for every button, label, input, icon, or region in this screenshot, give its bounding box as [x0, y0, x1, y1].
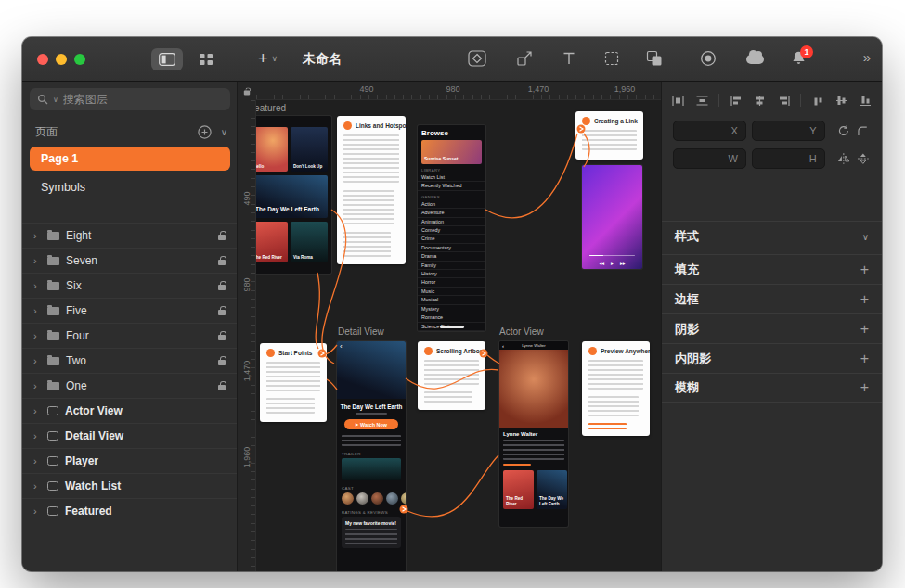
disclosure-icon[interactable]: › — [33, 330, 41, 341]
page-item-page1[interactable]: Page 1 — [30, 147, 230, 171]
scale-tool-button[interactable] — [516, 50, 533, 67]
artboard-featured[interactable]: Hello Don't Look Up The Day We Left Eart… — [256, 116, 331, 274]
fills-section[interactable]: 填充 + — [662, 254, 882, 284]
distribute-vertically-icon[interactable] — [695, 95, 709, 107]
layer-row-player[interactable]: › Player — [22, 448, 237, 473]
canvas[interactable]: Featured Detail View Actor View Hello Do… — [256, 100, 661, 571]
text-tool-button[interactable] — [561, 50, 577, 67]
artboard-label-detail-view[interactable]: Detail View — [338, 326, 384, 337]
minimize-window-button[interactable] — [56, 54, 67, 65]
page-item-symbols[interactable]: Symbols — [30, 175, 230, 199]
distribute-horizontally-icon[interactable] — [671, 95, 685, 107]
add-fill-button[interactable]: + — [860, 262, 869, 278]
disclosure-icon[interactable]: › — [33, 355, 41, 366]
lock-icon[interactable] — [218, 310, 226, 315]
layer-row-seven[interactable]: › Seven — [22, 248, 237, 273]
borders-section[interactable]: 边框 + — [662, 284, 882, 313]
width-field[interactable]: W — [673, 148, 746, 169]
artboard-note-preview-anywhere[interactable]: Preview Anywhere — [582, 341, 650, 436]
inner-shadows-section[interactable]: 内阴影 + — [662, 343, 882, 373]
artboard-note-links-and-hotspots[interactable]: Links and Hotspots — [337, 116, 406, 264]
align-bottom-icon[interactable] — [859, 95, 873, 107]
ruler-corner — [238, 82, 256, 100]
artboard-label-featured[interactable]: Featured — [256, 103, 286, 113]
add-border-button[interactable]: + — [860, 291, 869, 308]
add-page-button[interactable] — [198, 125, 212, 139]
browse-genre-item: Family — [418, 262, 485, 270]
lock-icon[interactable] — [218, 260, 226, 265]
layer-row-actor-view[interactable]: › Actor View — [22, 398, 237, 423]
flip-horizontal-icon[interactable] — [836, 152, 851, 165]
preview-button[interactable] — [700, 50, 717, 67]
toolbar-overflow-button[interactable]: » — [863, 49, 871, 65]
flip-vertical-icon[interactable] — [856, 152, 871, 165]
close-window-button[interactable] — [37, 54, 48, 65]
disclosure-icon[interactable]: › — [33, 405, 41, 416]
layer-row-watch-list[interactable]: › Watch List — [22, 473, 237, 498]
disclosure-icon[interactable]: › — [33, 505, 41, 517]
align-left-icon[interactable] — [730, 95, 743, 107]
artboard-detail-view[interactable]: ‹ The Day We Left Earth ▶ Watch Now TRAI… — [337, 341, 406, 571]
layer-row-five[interactable]: › Five — [22, 298, 237, 323]
artboard-browse[interactable]: Browse Sunrise Sunset LIBRARY Watch List… — [418, 125, 485, 331]
vertical-ruler[interactable]: 490 980 1,470 1,960 — [238, 100, 256, 571]
align-middle-vertically-icon[interactable] — [834, 95, 848, 107]
align-right-icon[interactable] — [777, 95, 791, 107]
artboard-note-creating-a-link[interactable]: Creating a Link — [575, 111, 643, 160]
zoom-window-button[interactable] — [74, 54, 85, 65]
symbol-tool-button[interactable] — [468, 50, 486, 67]
search-input[interactable] — [63, 93, 202, 106]
note-icon — [588, 347, 597, 355]
artboard-label-actor-view[interactable]: Actor View — [499, 326, 544, 337]
layer-row-four[interactable]: › Four — [22, 323, 237, 348]
y-position-field[interactable]: Y — [752, 121, 825, 141]
lock-icon[interactable] — [218, 285, 226, 290]
disclosure-icon[interactable]: › — [33, 480, 41, 492]
blur-section[interactable]: 模糊 + — [662, 373, 882, 403]
layer-row-six[interactable]: › Six — [22, 273, 237, 298]
shadows-section[interactable]: 阴影 + — [662, 313, 882, 343]
lock-icon[interactable] — [218, 335, 226, 340]
horizontal-ruler[interactable]: 490 980 1,470 1,960 — [256, 82, 661, 100]
notifications-button[interactable]: 1 — [791, 50, 807, 66]
corner-radius-icon[interactable] — [856, 124, 871, 137]
layer-row-featured[interactable]: › Featured — [22, 498, 237, 523]
layer-row-eight[interactable]: › Eight — [22, 223, 237, 248]
layer-name: Featured — [65, 505, 226, 518]
disclosure-icon[interactable]: › — [33, 430, 41, 441]
disclosure-icon[interactable]: › — [33, 230, 41, 241]
rotate-icon[interactable] — [836, 124, 851, 137]
add-blur-button[interactable]: + — [860, 379, 869, 396]
artboard-player[interactable]: ◂◂ ▸ ▸▸ — [582, 165, 642, 269]
cloud-share-button[interactable] — [746, 50, 764, 64]
disclosure-icon[interactable]: › — [33, 305, 41, 316]
add-inner-shadow-button[interactable]: + — [860, 351, 869, 367]
layer-search[interactable]: ∨ — [30, 88, 230, 110]
x-position-field[interactable]: X — [673, 121, 746, 141]
canvas-view-toggle[interactable] — [151, 48, 183, 70]
slice-tool-button[interactable] — [603, 50, 620, 67]
artboard-note-start-points[interactable]: Start Points — [260, 343, 327, 422]
insert-button[interactable]: + ∨ — [258, 48, 278, 69]
artboard-note-scrolling-artboards[interactable]: Scrolling Artboards — [418, 341, 485, 410]
ruler-lock-icon[interactable] — [244, 90, 250, 95]
disclosure-icon[interactable]: › — [33, 455, 41, 467]
style-section-header[interactable]: 样式 ∨ — [675, 222, 869, 251]
disclosure-icon[interactable]: › — [33, 280, 41, 291]
pages-collapse-chevron-icon[interactable]: ∨ — [221, 127, 227, 137]
artboard-actor-view[interactable]: ‹ Lynne Walter Lynne Walter The Red Rive… — [499, 341, 568, 527]
add-shadow-button[interactable]: + — [860, 321, 869, 338]
components-view-toggle[interactable] — [190, 48, 222, 70]
lock-icon[interactable] — [218, 385, 226, 390]
align-center-horizontally-icon[interactable] — [753, 95, 767, 107]
disclosure-icon[interactable]: › — [33, 255, 41, 266]
height-field[interactable]: H — [752, 148, 825, 169]
boolean-union-button[interactable] — [646, 50, 663, 67]
align-top-icon[interactable] — [811, 95, 825, 107]
disclosure-icon[interactable]: › — [33, 380, 41, 391]
layer-row-one[interactable]: › One — [22, 373, 237, 398]
lock-icon[interactable] — [218, 235, 226, 240]
layer-row-two[interactable]: › Two — [22, 348, 237, 373]
layer-row-detail-view[interactable]: › Detail View — [22, 423, 237, 448]
lock-icon[interactable] — [218, 360, 226, 365]
